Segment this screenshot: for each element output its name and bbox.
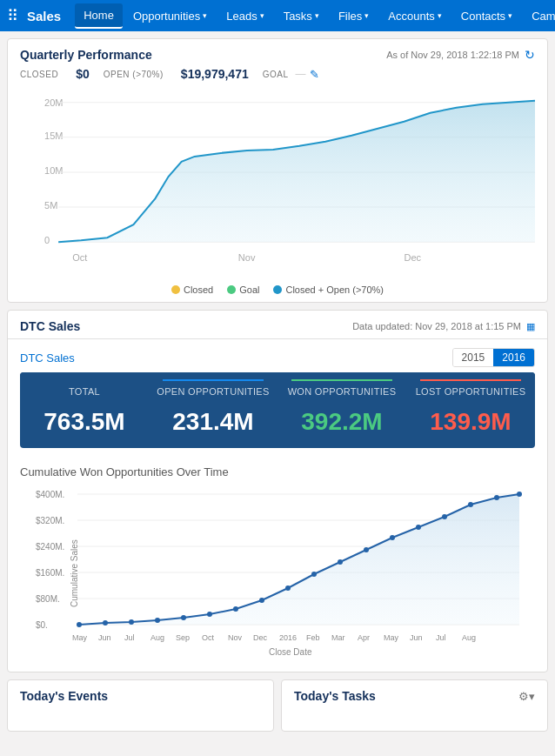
svg-text:Close Date: Close Date bbox=[269, 647, 312, 657]
col-header-open: Open Opportunities bbox=[157, 386, 269, 397]
dtc-tabs-row: DTC Sales 2015 2016 bbox=[8, 339, 547, 372]
svg-point-31 bbox=[207, 612, 212, 617]
svg-text:$240M.: $240M. bbox=[36, 542, 64, 552]
svg-text:Aug: Aug bbox=[150, 633, 164, 642]
dtc-timestamp-area: Data updated: Nov 29, 2018 at 1:15 PM ▦ bbox=[352, 321, 535, 332]
quarterly-title: Quarterly Performance bbox=[20, 48, 152, 62]
svg-text:0: 0 bbox=[44, 235, 50, 245]
svg-text:Aug: Aug bbox=[462, 633, 476, 642]
nav-item-contacts[interactable]: Contacts ▾ bbox=[452, 4, 521, 28]
today-tasks-title: Today's Tasks bbox=[294, 689, 376, 703]
svg-text:Jul: Jul bbox=[436, 633, 446, 642]
closed-dot bbox=[171, 285, 180, 294]
chevron-down-icon: ▾ bbox=[315, 11, 319, 20]
nav-item-opportunities[interactable]: Opportunities ▾ bbox=[124, 4, 216, 28]
nav-item-files[interactable]: Files ▾ bbox=[330, 4, 378, 28]
svg-text:Sep: Sep bbox=[176, 633, 190, 642]
open-value: $19,979,471 bbox=[181, 67, 249, 81]
svg-text:Dec: Dec bbox=[404, 252, 421, 263]
line-chart-svg: 20M 15M 10M 5M 0 bbox=[20, 90, 535, 272]
stat-total: 763.5M bbox=[20, 408, 149, 436]
closed-label: CLOSED bbox=[20, 70, 58, 79]
dtc-title: DTC Sales bbox=[20, 319, 80, 333]
svg-text:May: May bbox=[384, 633, 399, 642]
svg-text:May: May bbox=[72, 633, 88, 642]
today-events-card: Today's Events bbox=[7, 679, 274, 732]
stats-header: TOTAL Open Opportunities Won Opportuniti… bbox=[20, 372, 535, 401]
svg-text:$320M.: $320M. bbox=[36, 516, 64, 525]
refresh-icon[interactable]: ↻ bbox=[525, 48, 535, 62]
app-name: Sales bbox=[27, 9, 61, 23]
quarterly-chart: 20M 15M 10M 5M 0 bbox=[8, 90, 547, 281]
year-2015-button[interactable]: 2015 bbox=[453, 349, 494, 366]
col-header-total: TOTAL bbox=[69, 386, 100, 397]
svg-text:10M: 10M bbox=[44, 165, 63, 176]
page-content: Quarterly Performance As of Nov 29, 2018… bbox=[0, 38, 555, 732]
svg-text:$160M.: $160M. bbox=[36, 568, 64, 578]
svg-point-39 bbox=[416, 525, 421, 530]
svg-point-43 bbox=[517, 492, 522, 497]
goal-label: GOAL bbox=[263, 70, 289, 79]
svg-point-28 bbox=[129, 619, 134, 625]
stat-open: 231.4M bbox=[149, 408, 278, 436]
svg-point-34 bbox=[285, 585, 291, 591]
quarterly-performance-card: Quarterly Performance As of Nov 29, 2018… bbox=[7, 38, 548, 303]
timestamp-text: As of Nov 29, 2018 1:22:18 PM bbox=[386, 50, 519, 60]
dtc-sales-card: DTC Sales Data updated: Nov 29, 2018 at … bbox=[7, 310, 548, 672]
legend-closed: Closed bbox=[171, 284, 213, 295]
legend-combined-label: Closed + Open (>70%) bbox=[285, 284, 384, 295]
svg-text:Dec: Dec bbox=[253, 633, 268, 642]
svg-point-26 bbox=[77, 622, 82, 627]
nav-item-tasks[interactable]: Tasks ▾ bbox=[275, 4, 328, 28]
svg-text:15M: 15M bbox=[44, 130, 63, 141]
nav-item-campaigns[interactable]: Campaigns ▾ bbox=[523, 4, 555, 28]
svg-text:Oct: Oct bbox=[202, 633, 215, 642]
cumulative-section: Cumulative Won Opportunities Over Time $… bbox=[8, 457, 547, 672]
chevron-down-icon: ▾ bbox=[260, 11, 264, 20]
year-2016-button[interactable]: 2016 bbox=[493, 349, 534, 366]
nav-item-accounts[interactable]: Accounts ▾ bbox=[379, 4, 450, 28]
svg-point-32 bbox=[233, 606, 238, 612]
chevron-down-icon: ▾ bbox=[364, 11, 369, 20]
chart-legend: Closed Goal Closed + Open (>70%) bbox=[8, 281, 547, 302]
stats-values: 763.5M 231.4M 392.2M 139.9M bbox=[20, 401, 535, 448]
goal-dot bbox=[227, 285, 236, 294]
dtc-timestamp-text: Data updated: Nov 29, 2018 at 1:15 PM bbox=[352, 321, 521, 331]
nav-items: Home Opportunities ▾ Leads ▾ Tasks ▾ Fil… bbox=[75, 3, 555, 29]
bar-chart-icon[interactable]: ▦ bbox=[526, 321, 535, 332]
svg-point-41 bbox=[468, 502, 473, 507]
svg-text:2016: 2016 bbox=[279, 633, 297, 642]
dtc-header: DTC Sales Data updated: Nov 29, 2018 at … bbox=[8, 311, 547, 339]
closed-value: $0 bbox=[76, 67, 90, 81]
nav-item-home[interactable]: Home bbox=[75, 3, 123, 29]
card-header: Quarterly Performance As of Nov 29, 2018… bbox=[8, 39, 547, 67]
stat-won: 392.2M bbox=[278, 408, 406, 436]
legend-goal: Goal bbox=[227, 284, 259, 295]
open-label: OPEN (>70%) bbox=[104, 70, 164, 79]
chevron-down-icon: ▾ bbox=[438, 11, 442, 20]
svg-point-27 bbox=[103, 620, 108, 626]
edit-icon[interactable]: ✎ bbox=[310, 68, 319, 81]
svg-point-33 bbox=[259, 598, 264, 603]
nav-item-leads[interactable]: Leads ▾ bbox=[217, 4, 272, 28]
svg-point-29 bbox=[155, 618, 160, 623]
svg-text:$80M.: $80M. bbox=[36, 594, 60, 604]
app-grid-icon[interactable]: ⠿ bbox=[7, 6, 18, 25]
chevron-down-icon: ▾ bbox=[508, 11, 512, 20]
col-header-lost: Lost Opportunities bbox=[416, 386, 526, 397]
svg-point-42 bbox=[494, 495, 499, 500]
svg-text:Jun: Jun bbox=[98, 633, 111, 642]
svg-text:Feb: Feb bbox=[306, 633, 320, 642]
dtc-subtitle: DTC Sales bbox=[20, 351, 75, 365]
timestamp-area: As of Nov 29, 2018 1:22:18 PM ↻ bbox=[386, 48, 535, 62]
svg-text:Apr: Apr bbox=[358, 633, 370, 642]
bottom-row: Today's Events Today's Tasks ⚙▾ bbox=[7, 679, 548, 732]
svg-point-38 bbox=[390, 535, 395, 540]
legend-goal-label: Goal bbox=[239, 284, 259, 295]
filter-icon[interactable]: ⚙▾ bbox=[518, 690, 535, 703]
today-tasks-card: Today's Tasks ⚙▾ bbox=[281, 679, 548, 732]
cumulative-chart: $400M. $320M. $240M. $160M. $80M. $0. Cu… bbox=[20, 485, 535, 659]
svg-text:Nov: Nov bbox=[238, 252, 256, 263]
combined-dot bbox=[273, 285, 282, 294]
metrics-row: CLOSED $0 OPEN (>70%) $19,979,471 GOAL —… bbox=[8, 67, 547, 90]
